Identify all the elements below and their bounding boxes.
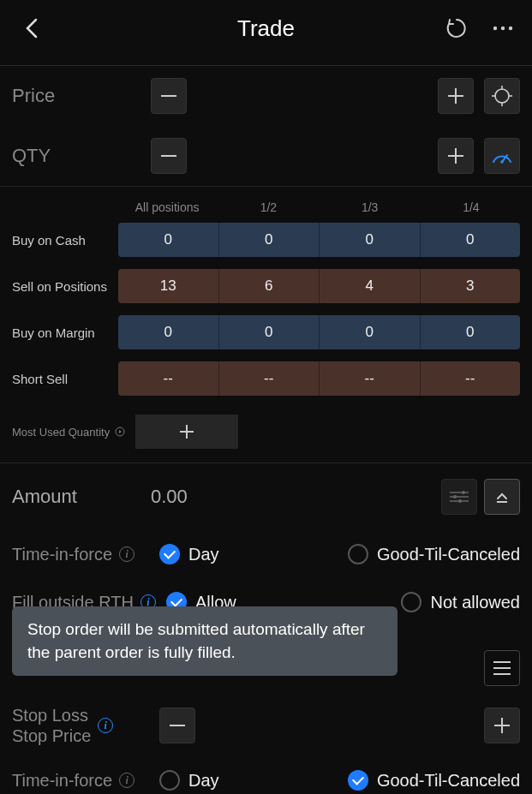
minus-icon [161,155,176,157]
pos-cell[interactable]: 0 [219,315,320,349]
amount-value: 0.00 [151,486,431,508]
plus-icon [180,425,194,439]
chevron-left-icon [24,16,39,40]
most-used-add-button[interactable] [135,415,238,449]
info-icon[interactable]: i [119,546,134,562]
tif2-day-radio[interactable] [159,770,180,791]
svg-point-0 [493,27,497,30]
tif2-label: Time-in-force i [12,771,149,791]
fill-notallowed-radio[interactable] [401,592,421,612]
collapse-up-icon [493,488,511,505]
pos-cell[interactable]: -- [421,361,521,396]
pos-header-0: All positions [118,200,216,214]
plus-icon [494,718,510,733]
price-label: Price [12,85,140,107]
tif-label: Time-in-force i [12,545,149,564]
svg-point-2 [509,27,512,30]
pos-cell[interactable]: 0 [320,223,421,257]
more-menu-button[interactable] [487,10,518,46]
svg-rect-26 [170,725,185,726]
tif2-gtc-radio[interactable] [348,770,368,791]
info-icon[interactable]: i [119,773,134,788]
pos-header-1: 1/2 [219,200,317,214]
svg-rect-28 [494,725,510,726]
pos-cell[interactable]: 0 [421,315,521,349]
page-title: Trade [237,15,295,42]
minus-icon [170,725,185,726]
back-button[interactable] [14,10,50,46]
pos-cell[interactable]: 0 [421,223,521,257]
pos-cell[interactable]: 0 [320,315,421,349]
qty-decrement[interactable] [151,138,187,174]
tif-day-label: Day [188,545,219,564]
qty-speed-button[interactable] [484,138,520,174]
pos-cell[interactable]: 0 [219,223,320,257]
stoploss-label: Stop Loss Stop Price i [12,705,149,746]
pos-header-2: 1/3 [321,200,419,214]
price-decrement[interactable] [151,78,187,114]
pos-row-label-margin: Buy on Margin [12,325,115,340]
tif-gtc-radio[interactable] [348,544,368,564]
svg-point-1 [501,27,505,30]
plus-icon [448,148,463,164]
play-circle-icon [115,427,125,437]
pos-row-label-sell: Sell on Positions [12,279,115,294]
pos-cell[interactable]: -- [118,361,219,396]
svg-point-20 [462,491,465,494]
qty-label: QTY [12,145,140,167]
pos-header-3: 1/4 [422,200,520,214]
refresh-icon [445,17,468,39]
svg-rect-3 [161,95,176,97]
pos-row-label-cash: Buy on Cash [12,233,115,248]
price-increment[interactable] [438,78,474,114]
qty-increment[interactable] [438,138,474,174]
price-target-button[interactable] [484,78,520,114]
svg-point-24 [458,499,462,503]
stoploss-increment[interactable] [484,707,520,743]
refresh-button[interactable] [441,10,472,46]
pos-cell[interactable]: 3 [421,269,521,303]
gauge-icon [491,147,513,164]
pos-cell[interactable]: 6 [219,269,320,303]
pos-cell[interactable]: -- [219,361,320,396]
plus-icon [448,88,463,104]
info-icon[interactable]: i [98,718,113,733]
tif2-day-label: Day [188,771,219,791]
tif-day-radio[interactable] [159,544,180,564]
fill-notallowed-label: Not allowed [430,593,520,612]
svg-rect-13 [448,155,463,157]
amount-sliders-button[interactable] [441,479,477,515]
attached-order-menu-button[interactable] [484,650,520,686]
most-used-label: Most Used Quantity [12,426,125,439]
svg-point-22 [453,495,457,498]
sliders-icon [450,490,469,504]
amount-label: Amount [12,486,140,508]
pos-cell[interactable]: 4 [320,269,421,303]
pos-row-label-short: Short Sell [12,372,115,386]
crosshair-icon [492,86,512,106]
tooltip: Stop order will be submitted automatical… [12,606,398,676]
tif2-gtc-label: Good-Til-Canceled [377,771,520,791]
tif-gtc-label: Good-Til-Canceled [377,545,520,564]
pos-cell[interactable]: 0 [118,223,219,257]
svg-rect-5 [448,95,463,97]
stoploss-decrement[interactable] [159,707,195,743]
svg-point-6 [495,89,509,103]
svg-rect-11 [161,155,176,157]
pos-cell[interactable]: 0 [118,315,219,349]
pos-cell[interactable]: -- [320,361,421,396]
svg-rect-18 [180,431,194,433]
pos-cell[interactable]: 13 [118,269,219,303]
amount-collapse-button[interactable] [484,479,520,515]
more-horizontal-icon [493,26,513,31]
svg-point-15 [500,160,504,164]
minus-icon [161,95,176,97]
